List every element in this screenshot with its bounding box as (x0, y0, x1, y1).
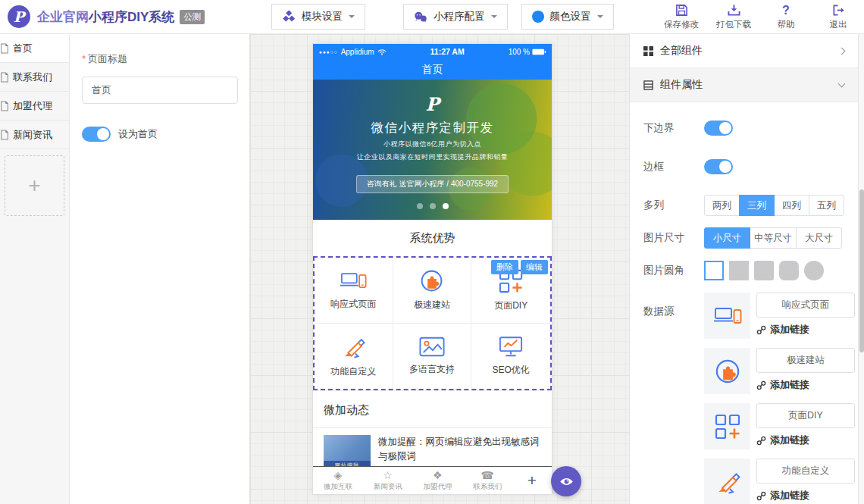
tab-label: 新闻资讯 (374, 482, 402, 492)
datasource-label: 数据源 (643, 305, 704, 318)
datasource-title-input[interactable] (756, 293, 855, 318)
preview-button[interactable] (551, 466, 581, 496)
image-size-medium[interactable]: 中等尺寸 (750, 227, 797, 249)
add-page-button[interactable]: + (5, 155, 64, 216)
edit-badge[interactable]: 编辑 (521, 260, 548, 274)
tab-contact[interactable]: ☎ 联系我们 (462, 467, 512, 494)
link-icon (756, 380, 766, 390)
delete-badge[interactable]: 删除 (491, 260, 518, 274)
tab-agent[interactable]: ❖ 加盟代理 (413, 467, 463, 494)
bottom-border-toggle[interactable] (704, 121, 733, 136)
phone-icon: ☎ (481, 470, 493, 481)
tab-weijia[interactable]: ◈ 微加互联 (313, 467, 363, 494)
image-size-small[interactable]: 小尺寸 (704, 227, 750, 249)
app-title-primary: 企业官网 (37, 8, 89, 26)
page-item-contact[interactable]: 联系我们 (0, 63, 69, 92)
color-settings-menu[interactable]: 颜色设置 (521, 4, 614, 30)
menu-label: 颜色设置 (550, 10, 591, 23)
section-title-advantages[interactable]: 系统优势 (313, 220, 552, 256)
app-title-secondary: 小程序DIY系统 (89, 8, 174, 26)
page-title-input[interactable] (82, 77, 238, 104)
grid-plus-icon (704, 403, 750, 449)
datasource-title-input[interactable] (756, 459, 855, 484)
grid-item-label: 响应式页面 (330, 298, 376, 311)
columns-label: 多列 (643, 199, 704, 212)
link-icon (756, 436, 766, 446)
radius-swatch-circle[interactable] (804, 261, 824, 280)
tab-add-button[interactable]: + (512, 467, 552, 494)
page-item-news[interactable]: 新闻资讯 (0, 121, 69, 149)
set-home-row: 设为首页 (82, 127, 237, 142)
radius-swatch-small[interactable] (754, 261, 774, 280)
miniprogram-config-menu[interactable]: 小程序配置 (403, 4, 508, 30)
all-components-header[interactable]: 全部组件 (630, 34, 858, 68)
datasource-item: 添加链接 (704, 459, 855, 504)
columns-option-4[interactable]: 四列 (774, 195, 809, 216)
border-toggle[interactable] (704, 159, 733, 174)
tab-news[interactable]: ☆ 新闻资讯 (363, 467, 413, 494)
weijia-logo-icon: ◈ (333, 470, 342, 481)
page-settings-panel: *页面标题 设为首页 (70, 34, 250, 504)
page-item-agent[interactable]: 加盟代理 (0, 92, 69, 121)
radius-swatch-none-selected[interactable] (704, 261, 724, 280)
grid-item-custom[interactable]: 功能自定义 (315, 324, 393, 389)
border-row: 边框 (643, 156, 846, 177)
bottom-border-row: 下边界 (643, 117, 846, 139)
module-settings-menu[interactable]: 模块设置 (271, 4, 365, 30)
datasource-title-input[interactable] (756, 348, 855, 373)
add-link-button[interactable]: 添加链接 (756, 378, 855, 392)
header-actions: 保存修改 打包下载 ? 帮助 退出 (662, 3, 858, 30)
scrollbar-thumb[interactable] (859, 189, 864, 352)
columns-option-2[interactable]: 两列 (704, 195, 740, 216)
component-action-badges: 删除 编辑 (491, 260, 548, 274)
phone-tabbar: ◈ 微加互联 ☆ 新闻资讯 ❖ 加盟代理 ☎ 联系我们 + (313, 466, 552, 494)
page-item-home[interactable]: 首页 (0, 34, 69, 63)
phone-preview: ●●●○○ Applidium 11:27 AM 100 % 首页 P 微信小程… (312, 43, 553, 495)
inspector-panel: 全部组件 组件属性 下边界 边框 多列 两列 三列 四列 (629, 34, 858, 504)
add-link-button[interactable]: 添加链接 (756, 434, 855, 447)
grid-item-fast-build[interactable]: 极速建站 (393, 258, 472, 324)
pencil-icon (341, 335, 365, 359)
set-home-toggle[interactable] (82, 127, 111, 142)
tab-label: 微加互联 (324, 482, 352, 492)
menu-label: 小程序配置 (434, 10, 485, 23)
component-props-header[interactable]: 组件属性 (630, 68, 858, 102)
columns-option-3[interactable]: 三列 (739, 195, 775, 216)
action-label: 退出 (830, 19, 847, 30)
top-header: P 企业官网 小程序DIY系统 公测 模块设置 小程序配置 颜色设置 (0, 0, 864, 34)
radius-swatch-medium[interactable] (779, 261, 799, 280)
section-title-news[interactable]: 微加动态 (313, 390, 552, 428)
banner-slide[interactable]: P 微信小程序定制开发 小程序以微信8亿用户为切入点 让企业以及商家在短时间里实… (313, 80, 552, 220)
datasource-title-input[interactable] (756, 403, 855, 428)
grid-item-responsive[interactable]: 响应式页面 (315, 258, 393, 324)
components-grid-icon (643, 46, 653, 56)
add-link-button[interactable]: 添加链接 (756, 489, 855, 502)
datasource-item: 添加链接 (704, 293, 855, 339)
dot (430, 203, 436, 209)
puzzle-circle-icon (704, 348, 750, 394)
page-item-label: 新闻资讯 (13, 128, 52, 142)
beta-badge: 公测 (180, 10, 205, 24)
all-components-label: 全部组件 (660, 44, 703, 58)
radius-swatch-square[interactable] (729, 261, 749, 280)
exit-button[interactable]: 退出 (819, 3, 858, 30)
selected-grid-component[interactable]: 删除 编辑 响应式页面 极速建站 页面DIY 功能自定义 (313, 256, 552, 390)
grid-item-seo[interactable]: SEO优化 (471, 324, 550, 389)
image-radius-swatches (704, 261, 824, 280)
save-button[interactable]: 保存修改 (662, 3, 701, 30)
download-button[interactable]: 打包下载 (714, 3, 753, 30)
grid-item-label: SEO优化 (492, 364, 529, 377)
header-menus: 模块设置 小程序配置 颜色设置 (271, 4, 614, 30)
page-item-label: 加盟代理 (13, 99, 52, 113)
responsive-devices-icon (704, 293, 750, 339)
banner-cta-button[interactable]: 咨询有礼 送官网小程序 / 400-0755-992 (356, 175, 509, 193)
scrollbar[interactable] (858, 34, 864, 504)
add-link-button[interactable]: 添加链接 (756, 323, 855, 337)
columns-option-5[interactable]: 五列 (809, 195, 844, 216)
image-size-segmented: 小尺寸 中等尺寸 大尺寸 (704, 227, 842, 249)
page-icon (0, 130, 9, 140)
grid-item-multilang[interactable]: 多语言支持 (393, 324, 472, 389)
help-button[interactable]: ? 帮助 (766, 3, 806, 30)
image-size-large[interactable]: 大尺寸 (796, 227, 842, 249)
grid-item-label: 功能自定义 (330, 365, 376, 378)
